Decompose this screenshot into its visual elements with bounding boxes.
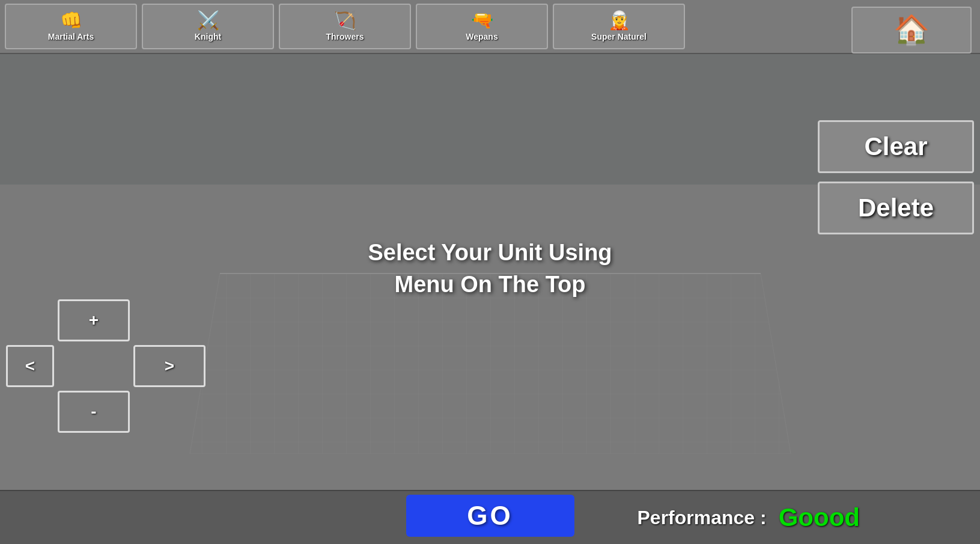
- camera-right-button[interactable]: >: [133, 345, 205, 387]
- martial-arts-icon: 👊: [60, 11, 82, 29]
- camera-left-button[interactable]: <: [6, 345, 54, 387]
- nav-label-throwers: Throwers: [326, 32, 364, 41]
- performance-value: Goood: [779, 503, 860, 532]
- weapons-icon: 🔫: [471, 11, 493, 29]
- camera-up-button[interactable]: +: [58, 299, 130, 341]
- performance-section: Performance : Goood: [638, 503, 860, 532]
- camera-down-button[interactable]: -: [58, 391, 130, 433]
- nav-label-martial-arts: Martial Arts: [48, 32, 94, 41]
- select-unit-text: Select Your Unit Using Menu On The Top: [368, 237, 612, 301]
- go-button[interactable]: GO: [406, 495, 574, 537]
- performance-label: Performance :: [638, 507, 767, 529]
- nav-label-super-naturel: Super Naturel: [591, 32, 647, 41]
- nav-btn-martial-arts[interactable]: 👊 Martial Arts: [5, 4, 137, 49]
- bottom-bar: GO Performance : Goood: [0, 490, 980, 544]
- super-naturel-icon: 🧝: [608, 11, 630, 29]
- home-button[interactable]: 🏠: [851, 7, 972, 53]
- clear-button[interactable]: Clear: [818, 120, 974, 173]
- nav-btn-knight[interactable]: ⚔️ Knight: [142, 4, 274, 49]
- knight-icon: ⚔️: [197, 11, 219, 29]
- main-area: Select Your Unit Using Menu On The Top C…: [0, 54, 980, 490]
- nav-btn-weapons[interactable]: 🔫 Wepans: [416, 4, 548, 49]
- home-icon: 🏠: [893, 13, 930, 47]
- delete-label: Delete: [858, 194, 934, 222]
- nav-btn-throwers[interactable]: 🏹 Throwers: [279, 4, 411, 49]
- top-nav: 👊 Martial Arts ⚔️ Knight 🏹 Throwers 🔫 We…: [0, 0, 980, 54]
- nav-label-weapons: Wepans: [466, 32, 498, 41]
- camera-controls: + < > -: [6, 299, 205, 433]
- clear-label: Clear: [864, 132, 927, 161]
- throwers-icon: 🏹: [334, 11, 356, 29]
- delete-button[interactable]: Delete: [818, 182, 974, 234]
- nav-btn-super-naturel[interactable]: 🧝 Super Naturel: [553, 4, 685, 49]
- nav-label-knight: Knight: [195, 32, 221, 41]
